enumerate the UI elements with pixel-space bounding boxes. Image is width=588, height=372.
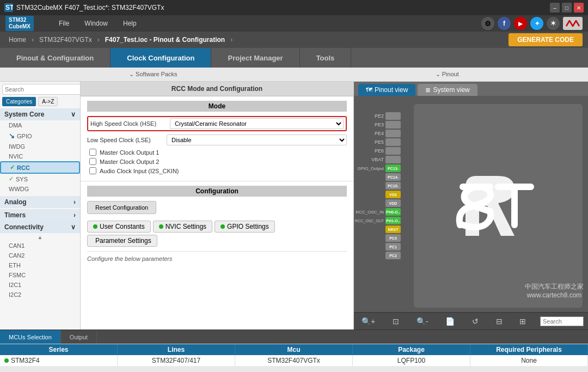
close-button[interactable]: ✕	[574, 3, 584, 13]
connectivity-scroll-up[interactable]: ▲	[0, 233, 80, 241]
search-bar: ⚙	[0, 82, 80, 97]
sidebar-item-eth[interactable]: ETH	[0, 260, 80, 270]
sidebar-item-fsmc[interactable]: FSMC	[0, 270, 80, 280]
breadcrumb-file[interactable]: F407_Test.ioc - Pinout & Configuration	[102, 35, 228, 45]
minimize-button[interactable]: –	[550, 3, 560, 13]
breadcrumb-home[interactable]: Home	[5, 35, 29, 45]
table-row[interactable]: STM32F4 STM32F407/417 STM32F407VGTx LQFP…	[0, 355, 588, 366]
zoom-in-button[interactable]: 🔍+	[358, 316, 378, 327]
window-menu[interactable]: Window	[78, 17, 114, 29]
settings-icon[interactable]: ⚙	[481, 17, 494, 30]
pin-block-pc15[interactable]: PC15-	[385, 182, 401, 190]
help-menu[interactable]: Help	[117, 17, 143, 29]
tab-project[interactable]: Project Manager	[211, 48, 299, 68]
rotate-button[interactable]: ↺	[469, 316, 482, 327]
master-clock-output-1-row: Master Clock Output 1	[87, 149, 347, 156]
master-clock-output-1-checkbox[interactable]	[89, 149, 96, 156]
sidebar-group-timers[interactable]: Timers ›	[0, 209, 80, 221]
pin-block-pe3	[385, 121, 401, 129]
breadcrumb-device[interactable]: STM32F407VGTx	[36, 35, 95, 45]
sidebar-item-i2c1[interactable]: I2C1	[0, 280, 80, 290]
nvic-settings-label: NVIC Settings	[166, 223, 206, 230]
pin-block-pc2[interactable]: PC2	[385, 252, 401, 259]
pin-block-pc0[interactable]: PC0	[385, 234, 401, 242]
st-chip-logo	[444, 160, 553, 252]
pin-block-vdd: VDD	[385, 199, 401, 207]
fit-button[interactable]: ⊡	[389, 316, 402, 327]
sidebar-item-iwdg[interactable]: IWDG	[0, 142, 80, 151]
pin-block-ph0[interactable]: PH0-O..	[385, 208, 401, 216]
maximize-button[interactable]: □	[562, 3, 572, 13]
col-lines: Lines	[118, 344, 235, 355]
timers-chevron: ›	[74, 211, 76, 219]
master-clock-output-2-checkbox[interactable]	[89, 158, 96, 165]
parameter-settings-tab[interactable]: Parameter Settings	[87, 235, 157, 247]
sidebar-group-connectivity: Connectivity ∨ ▲ CAN1 CAN2 ETH FSMC I2C1…	[0, 221, 80, 300]
tab-clock[interactable]: Clock Configuration	[111, 48, 211, 68]
config-hint-area: Configure the below parameters	[87, 251, 347, 263]
facebook-icon[interactable]: f	[498, 17, 511, 30]
sidebar-item-sys[interactable]: ✓SYS	[0, 174, 80, 184]
pin-view-button[interactable]: ⊟	[493, 316, 506, 327]
tab-output[interactable]: Output	[61, 330, 97, 344]
zoom-out-button[interactable]: 🔍-	[413, 316, 432, 327]
export-button[interactable]: 📄	[442, 316, 458, 327]
gpio-settings-tab[interactable]: GPIO Settings	[215, 221, 275, 233]
pin-block-pc1[interactable]: PC1	[385, 243, 401, 251]
twitter-icon[interactable]: ✦	[530, 17, 543, 30]
user-constants-tab[interactable]: User Constants	[87, 221, 151, 233]
titlebar-left: ST STM32CubeMX F407_Test.ioc*: STM32F407…	[4, 3, 164, 12]
category-tabs: Categories A->Z	[0, 97, 80, 106]
search-input[interactable]	[2, 84, 81, 95]
pin-name-pe6: PE6	[354, 148, 384, 154]
mode-section-title: Mode	[87, 101, 347, 112]
sidebar-item-wwdg[interactable]: WWDG	[0, 184, 80, 194]
chip-body	[414, 104, 583, 308]
cat-tab-az[interactable]: A->Z	[38, 97, 58, 106]
pin-row-vss: VSS	[354, 191, 401, 198]
titlebar-controls[interactable]: – □ ✕	[550, 3, 584, 13]
sidebar-item-gpio[interactable]: ↘GPIO	[0, 130, 80, 142]
sidebar-item-nvic[interactable]: NVIC	[0, 151, 80, 161]
tab-pinout-view[interactable]: 🗺 Pinout view	[358, 84, 415, 96]
sidebar-group-analog[interactable]: Analog ›	[0, 196, 80, 208]
sidebar-item-can1[interactable]: CAN1	[0, 241, 80, 251]
file-menu[interactable]: File	[52, 17, 76, 29]
pin-row-pe2: PE2	[354, 112, 401, 120]
sidebar-group-connectivity-header[interactable]: Connectivity ∨	[0, 221, 80, 233]
pin-block-pe4	[385, 130, 401, 137]
tab-mcu-selection[interactable]: MCUs Selection	[0, 330, 61, 344]
pin-row-pc15: PC15-	[354, 182, 401, 190]
pin-row-nrst: NRST	[354, 225, 401, 233]
tab-system-view[interactable]: ≣ System view	[418, 84, 477, 96]
pin-block-ph1[interactable]: PH1-O..	[385, 217, 401, 224]
audio-clock-input-checkbox[interactable]	[89, 167, 96, 174]
cat-tab-categories[interactable]: Categories	[2, 97, 36, 106]
sidebar-item-dma[interactable]: DMA	[0, 120, 80, 130]
series-status-dot	[4, 358, 9, 363]
pin-block-pc13[interactable]: PC13-	[385, 164, 401, 172]
tab-pinout[interactable]: Pinout & Configuration	[0, 48, 111, 68]
pin-row-gpio-output: GPIO_Output PC13-	[354, 164, 401, 172]
pinout-button[interactable]: ⌄ Pinout	[431, 70, 463, 79]
reset-configuration-button[interactable]: Reset Configuration	[87, 201, 156, 214]
sidebar-group-system-core-header[interactable]: System Core ∨	[0, 108, 80, 120]
youtube-icon[interactable]: ▶	[514, 17, 527, 30]
lse-select[interactable]: Disable BYPASS Clock Source Crystal/Cera…	[167, 135, 347, 145]
split-button[interactable]: ⊞	[516, 316, 529, 327]
breadcrumb: Home › STM32F407VGTx › F407_Test.ioc - P…	[0, 32, 588, 48]
pin-block-pc14[interactable]: PC14-	[385, 173, 401, 181]
network-icon[interactable]: ✶	[547, 17, 560, 30]
config-tabs: User Constants NVIC Settings GPIO Settin…	[87, 221, 347, 247]
hse-select[interactable]: Crystal/Ceramic Resonator BYPASS Clock S…	[170, 118, 344, 129]
software-packs-button[interactable]: ⌄ Software Packs	[125, 70, 181, 79]
tab-tools[interactable]: Tools	[300, 48, 352, 68]
sidebar-item-i2c2[interactable]: I2C2	[0, 290, 80, 300]
sidebar-item-rcc[interactable]: ✓RCC	[0, 161, 80, 174]
nvic-settings-tab[interactable]: NVIC Settings	[153, 221, 212, 233]
sidebar-item-can2[interactable]: CAN2	[0, 251, 80, 260]
pin-name-gpio-output: GPIO_Output	[354, 166, 384, 171]
generate-code-button[interactable]: GENERATE CODE	[509, 33, 583, 46]
chip-search-input[interactable]	[540, 316, 584, 326]
pin-row-pe4: PE4	[354, 130, 401, 137]
